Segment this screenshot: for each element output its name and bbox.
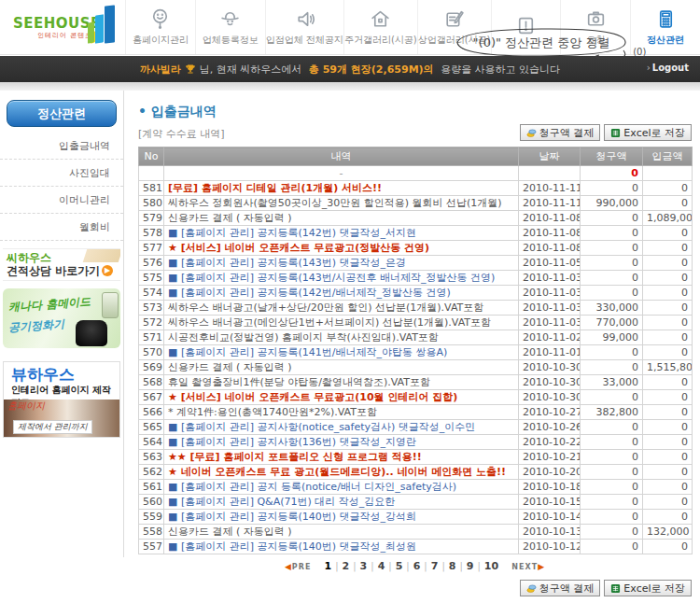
cell-date: 2010-10-30	[519, 375, 581, 390]
cell-deposit: 0	[643, 301, 693, 316]
banner3-title: 뷰하우스	[11, 364, 75, 386]
cell-charge: 0	[581, 420, 643, 435]
cell-charge: 0	[581, 256, 643, 271]
cell-no: 576	[139, 256, 164, 271]
cell-no: 577	[139, 241, 164, 256]
cell-charge: 382,800	[581, 405, 643, 420]
page-title: • 입출금내역	[138, 104, 700, 120]
header-description: 내역	[164, 147, 519, 166]
cell-description: 씨하우스 배너광고(날개+상단/20만원 할인) 선납분(1개월).VAT포함	[164, 301, 519, 316]
page-2[interactable]: 2	[343, 560, 350, 572]
nav-label: 요청	[586, 34, 605, 47]
cell-description[interactable]: ★ [서비스] 네이버 오픈캐스트 무료광고(10월 인테리어 집합)	[164, 390, 519, 405]
coin-icon	[526, 128, 537, 138]
cell-no: 574	[139, 286, 164, 301]
cell-description[interactable]: ★ 네이버 오픈캐스트 무료 광고(월드메르디앙).. 네이버 메인화면 노출!…	[164, 465, 519, 480]
cell-description[interactable]: ■ [홈페이지 관리] 공지 등록(notice/배너 디자인_safety검사…	[164, 480, 519, 495]
nav-item-all-notice[interactable]: 입점업체 전체공지	[265, 0, 343, 54]
page-1[interactable]: 1	[325, 560, 332, 572]
nav-item-photo-request[interactable]: 요청	[560, 0, 630, 54]
banner-air-purifier-ad[interactable]: 캐나다 홈메이드 공기정화기	[3, 288, 120, 348]
cell-no	[139, 166, 164, 181]
cell-date: 2010-11-08	[519, 211, 581, 226]
banner-viewhouse-ad[interactable]: 뷰하우스 인테리어 홈페이지 제작전문 홈페이지 제작에서 관리까지	[3, 361, 120, 438]
cell-description[interactable]: ■ [홈페이지 관리] 공지등록(141번/배너제작_야탑동 쌍용A)	[164, 345, 519, 360]
cell-no: 570	[139, 345, 164, 360]
cell-no: 580	[139, 196, 164, 211]
cell-no: 579	[139, 211, 164, 226]
cell-description[interactable]: ■ [홈페이지 관리] 공지사항(notice_safety검사) 댓글작성_이…	[164, 420, 519, 435]
cell-charge: 0	[581, 211, 643, 226]
page-3[interactable]: 3	[360, 560, 368, 572]
excel-save-button-bottom[interactable]: Excel로 저장	[604, 580, 692, 596]
nav-item-settlement[interactable]: 정산관련 (0)	[630, 0, 700, 54]
prev-page-button[interactable]: ◀PRE	[285, 563, 311, 571]
page-7[interactable]: 7	[431, 560, 439, 572]
table-row: 579신용카드 결제 ( 자동입력 )2010-11-0801,089,000	[139, 211, 693, 226]
cell-description[interactable]: ■ [홈페이지 관리] 공지등록(142번/배너제작_정발산동 건영)	[164, 286, 519, 301]
cell-deposit: 0	[643, 196, 693, 211]
sidebar-item-photo-rental[interactable]: 사진임대	[0, 160, 123, 187]
page-9[interactable]: 9	[467, 560, 474, 572]
cell-charge: 0	[581, 435, 643, 450]
page-6[interactable]: 6	[413, 560, 421, 572]
nav-item-commercial-gallery[interactable]: 상업갤러리(시공)	[417, 0, 491, 54]
cell-description[interactable]: ■ [홈페이지 관리] 공지등록(142번) 댓글작성_서지현	[164, 226, 519, 241]
nav-item-residential-gallery[interactable]: 주거갤러리(시공)	[343, 0, 417, 54]
page-10[interactable]: 10	[484, 560, 498, 572]
cell-description[interactable]: [무료] 홈페이지 디테일 관리(1개월) 서비스!!	[164, 181, 519, 196]
sidebar-item-monthly-fee[interactable]: 월회비	[0, 214, 123, 241]
seehouse-logo[interactable]: SEEHOUSE 인테리어 콘텐츠	[0, 0, 125, 54]
hat-face-icon	[218, 7, 242, 31]
banner3-script-caption: 제작에서 관리까지	[13, 420, 92, 434]
note-pencil-icon	[442, 7, 466, 31]
cell-description[interactable]: ★★ [무료] 홈페이지 포트폴리오 신형 프로그램 적용!!	[164, 450, 519, 465]
sidebar-item-emoney[interactable]: 이머니관리	[0, 187, 123, 214]
table-row: 569신용카드 결제 ( 자동입력 )2010-10-3001,515,800	[139, 360, 693, 375]
page-5[interactable]: 5	[396, 560, 403, 572]
cell-description[interactable]: ■ [홈페이지 관리] 공지사항(136번) 댓글작성_지영란	[164, 435, 519, 450]
cell-charge: 0	[581, 241, 643, 256]
cell-description[interactable]: ■ [홈페이지 관리] 공지등록(140번) 댓글작성_최성원	[164, 540, 519, 554]
nav-item-company-info[interactable]: 업체등록정보	[195, 0, 265, 54]
page-8[interactable]: 8	[449, 560, 456, 572]
sidebar-item-deposit-history[interactable]: 입출금내역	[0, 133, 123, 160]
logo-subtext: 인테리어 콘텐츠	[37, 31, 92, 40]
cell-charge: 99,000	[581, 330, 643, 345]
cell-charge: 0	[581, 345, 643, 360]
cell-deposit: 0	[643, 345, 693, 360]
nav-item-homepage-manage[interactable]: 홈페이지관리	[125, 0, 195, 54]
nav-item-alert[interactable]	[491, 0, 561, 54]
banner-quote-consult[interactable]: 씨하우스 견적상담 바로가기 ▶	[3, 248, 120, 281]
next-page-button[interactable]: NEXT▶	[511, 563, 545, 571]
table-row: 562★ 네이버 오픈캐스트 무료 광고(월드메르디앙).. 네이버 메인화면 …	[139, 465, 693, 480]
nav-label: 업체등록정보	[203, 34, 259, 47]
sidebar-title-settlement[interactable]: 정산관련	[7, 100, 117, 127]
cell-no: 559	[139, 510, 164, 525]
main-content: • 입출금내역 [계약 수수료 내역] 청구액 결제 Excel로 저장 No	[124, 91, 700, 596]
cell-deposit: 0	[643, 181, 693, 196]
cell-date: 2010-11-05	[519, 256, 581, 271]
cell-description[interactable]: ■ [홈페이지 관리] 공지등록(143번) 댓글작성_은경	[164, 256, 519, 271]
excel-save-button[interactable]: Excel로 저장	[604, 124, 692, 141]
logout-button[interactable]: ›Logout	[647, 63, 689, 73]
cell-deposit: 1,515,800	[643, 360, 693, 375]
cell-description[interactable]: ■ [홈페이지 관리] Q&A(71번) 대리 작성_김요한	[164, 495, 519, 510]
title-bullet: •	[138, 104, 147, 119]
cell-description[interactable]: ★ [서비스] 네이버 오픈캐스트 무료광고(정발산동 건영)	[164, 241, 519, 256]
speaker-icon	[293, 7, 316, 31]
excel-icon	[610, 128, 621, 138]
top-nav: 홈페이지관리 업체등록정보 입점업체 전체공지 주거갤러리(시공)	[125, 0, 700, 54]
page-4[interactable]: 4	[378, 560, 385, 572]
camera-icon	[584, 7, 608, 31]
cell-charge: 0	[581, 181, 643, 196]
cell-description[interactable]: ■ [홈페이지 관리] 공지등록(140번) 댓글작성_강석희	[164, 510, 519, 525]
cell-deposit: 0	[643, 480, 693, 495]
cell-deposit: 132,000	[643, 525, 693, 540]
cell-deposit: 0	[643, 450, 693, 465]
cell-description: 휴일 촬영출장비1件(분당 야탑동/촬영내역참조).VAT포함	[164, 375, 519, 390]
pay-charge-button-bottom[interactable]: 청구액 결제	[520, 580, 601, 596]
pay-charge-button[interactable]: 청구액 결제	[520, 124, 601, 141]
cell-description[interactable]: ■ [홈페이지 관리] 공지등록(143번/시공전후 배너제작_정발산동 건영)	[164, 271, 519, 286]
page-separator: |	[353, 561, 356, 571]
